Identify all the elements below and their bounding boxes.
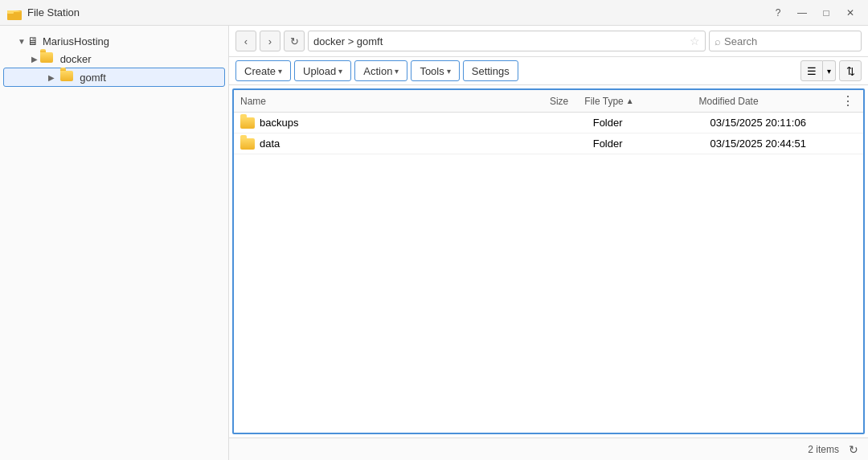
- folder-icon-data: [240, 138, 255, 150]
- folder-icon-docker: [40, 52, 53, 65]
- file-name-backups: backups: [260, 117, 298, 129]
- address-bar: ‹ › ↻ ☆ ⌕: [229, 26, 868, 57]
- action-label: Action: [363, 65, 392, 77]
- create-label: Create: [244, 65, 276, 77]
- app-icon: [6, 5, 23, 21]
- file-name-cell-backups: backups: [240, 117, 504, 129]
- search-input[interactable]: [724, 35, 856, 47]
- table-row[interactable]: backups Folder 03/15/2025 20:11:06: [234, 113, 863, 133]
- status-bar: 2 items ↻: [229, 437, 868, 460]
- mariushosting-label: MariusHosting: [43, 35, 109, 47]
- settings-button[interactable]: Settings: [463, 60, 518, 81]
- file-date-backups: 03/15/2025 20:11:06: [710, 117, 857, 129]
- back-button[interactable]: ‹: [235, 31, 256, 51]
- close-button[interactable]: ✕: [839, 4, 862, 22]
- search-wrapper: ⌕: [709, 31, 862, 51]
- search-icon: ⌕: [714, 35, 721, 47]
- sidebar-item-docker[interactable]: ▶ docker: [0, 50, 228, 68]
- folder-icon-gomft: [60, 71, 73, 84]
- app-title: File Station: [27, 6, 767, 18]
- upload-dropdown-arrow: ▾: [338, 67, 342, 76]
- column-header-filetype[interactable]: File Type ▲: [584, 96, 698, 107]
- window-controls: ? — □ ✕: [767, 4, 862, 22]
- server-icon: 🖥: [27, 35, 39, 47]
- title-bar: File Station ? — □ ✕: [0, 0, 868, 26]
- sort-button[interactable]: ⇅: [839, 60, 862, 81]
- gomft-label: gomft: [80, 72, 106, 84]
- tools-label: Tools: [420, 65, 444, 77]
- tree-toggle-gomft: ▶: [46, 73, 57, 82]
- sidebar-item-gomft[interactable]: ▶ gomft: [3, 68, 225, 87]
- settings-label: Settings: [472, 65, 510, 77]
- file-name-data: data: [260, 138, 280, 150]
- tree-toggle-mariushosting: ▼: [16, 37, 27, 46]
- toolbar: Create ▾ Upload ▾ Action ▾ Tools ▾ Setti…: [229, 57, 868, 85]
- column-options-button[interactable]: ⋮: [841, 93, 857, 109]
- table-row[interactable]: data Folder 03/15/2025 20:44:51: [234, 133, 863, 154]
- column-header-size[interactable]: Size: [497, 95, 584, 107]
- file-date-data: 03/15/2025 20:44:51: [710, 138, 857, 150]
- sidebar: ▼ 🖥 MariusHosting ▶ docker ▶ gomft: [0, 26, 229, 460]
- create-dropdown-arrow: ▾: [278, 67, 282, 76]
- list-view-dropdown[interactable]: ▾: [823, 60, 836, 81]
- file-type-data: Folder: [593, 138, 710, 150]
- tools-button[interactable]: Tools ▾: [411, 60, 459, 81]
- column-header-modifieddate[interactable]: Modified Date: [699, 95, 842, 107]
- file-type-backups: Folder: [593, 117, 710, 129]
- file-name-cell-data: data: [240, 138, 504, 150]
- folder-icon-backups: [240, 117, 255, 129]
- svg-rect-1: [7, 10, 14, 14]
- content-area: ‹ › ↻ ☆ ⌕ Create ▾ Upload ▾ Action: [229, 26, 868, 460]
- path-input[interactable]: [313, 35, 690, 47]
- column-header-name[interactable]: Name: [240, 95, 497, 107]
- minimize-button[interactable]: —: [791, 4, 813, 22]
- column-options-icon: ⋮: [841, 94, 854, 108]
- view-controls: ☰ ▾: [800, 60, 836, 81]
- list-view-button[interactable]: ☰: [800, 60, 823, 81]
- create-button[interactable]: Create ▾: [235, 60, 291, 81]
- docker-label: docker: [60, 53, 92, 65]
- status-refresh-button[interactable]: ↻: [845, 442, 862, 458]
- help-button[interactable]: ?: [767, 4, 789, 22]
- maximize-button[interactable]: □: [815, 4, 837, 22]
- sidebar-item-mariushosting[interactable]: ▼ 🖥 MariusHosting: [0, 32, 228, 50]
- upload-button[interactable]: Upload ▾: [294, 60, 351, 81]
- path-input-wrapper: ☆: [308, 31, 706, 51]
- file-list-container: Name Size File Type ▲ Modified Date ⋮: [232, 88, 865, 434]
- forward-button[interactable]: ›: [260, 31, 280, 51]
- upload-label: Upload: [303, 65, 336, 77]
- item-count: 2 items: [808, 444, 839, 455]
- tree-toggle-docker: ▶: [29, 55, 40, 64]
- refresh-address-button[interactable]: ↻: [284, 31, 305, 51]
- tools-dropdown-arrow: ▾: [447, 67, 451, 76]
- file-list-header: Name Size File Type ▲ Modified Date ⋮: [234, 90, 863, 113]
- main-container: ▼ 🖥 MariusHosting ▶ docker ▶ gomft ‹: [0, 26, 868, 460]
- action-button[interactable]: Action ▾: [354, 60, 407, 81]
- action-dropdown-arrow: ▾: [395, 67, 399, 76]
- favorite-star-icon[interactable]: ☆: [690, 35, 700, 47]
